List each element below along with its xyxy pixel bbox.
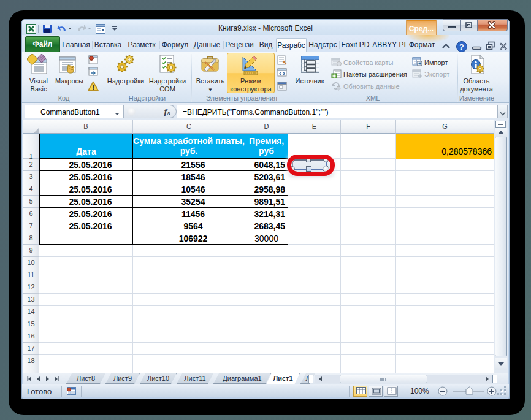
svg-text:?: ?	[459, 43, 464, 52]
